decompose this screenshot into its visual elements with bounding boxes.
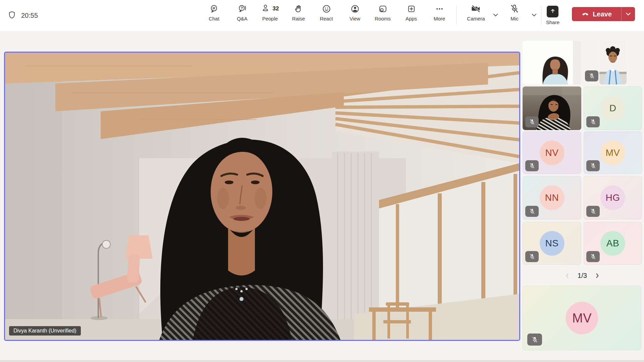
- apps-icon: [407, 4, 416, 14]
- camera-button[interactable]: Camera: [463, 4, 489, 28]
- view-icon: [350, 4, 360, 14]
- camera-off-icon: [471, 4, 481, 14]
- participant-avatar-tile[interactable]: D: [584, 86, 642, 130]
- mic-off-badge: [525, 116, 539, 127]
- shield-icon: [7, 10, 16, 21]
- page-previous-button[interactable]: [564, 272, 571, 279]
- mic-off-icon: [509, 4, 520, 14]
- meeting-timer: 20:55: [21, 12, 38, 19]
- toolbar-divider: [541, 5, 542, 25]
- apps-label: Apps: [406, 16, 417, 21]
- svg-text:?: ?: [240, 6, 243, 10]
- view-button[interactable]: View: [342, 4, 368, 28]
- meeting-timer-group: 20:55: [7, 0, 38, 31]
- mic-off-badge: [527, 334, 542, 346]
- people-button[interactable]: 32 People: [255, 4, 285, 28]
- raise-hand-button[interactable]: Raise: [286, 4, 311, 28]
- participant-video-tile[interactable]: [523, 86, 581, 130]
- camera-options-chevron[interactable]: [492, 11, 499, 19]
- chat-button[interactable]: Chat: [201, 4, 227, 28]
- camera-label: Camera: [467, 16, 485, 21]
- more-button[interactable]: More: [427, 4, 452, 28]
- avatar-initials: NS: [540, 231, 565, 256]
- mic-button[interactable]: Mic: [502, 4, 527, 28]
- share-arrow-icon: [549, 7, 556, 16]
- avatar-initials: NV: [540, 140, 565, 165]
- participant-video-tile[interactable]: [584, 41, 642, 84]
- mic-off-badge: [525, 206, 539, 217]
- rooms-icon: [378, 4, 388, 14]
- leave-button-group: Leave: [572, 7, 635, 21]
- participant-avatar-tile[interactable]: AB: [584, 222, 642, 265]
- rooms-button[interactable]: Rooms: [370, 4, 395, 28]
- avatar-initials: MV: [600, 140, 625, 165]
- mic-off-badge: [586, 116, 600, 127]
- share-label: Share: [544, 19, 562, 25]
- participant-avatar-tile[interactable]: NN: [523, 176, 581, 220]
- mic-off-badge: [525, 160, 539, 171]
- avatar-initials: D: [600, 96, 625, 121]
- toolbar-divider: [456, 5, 457, 25]
- active-speaker-video[interactable]: Divya Karanth (Unverified): [4, 52, 520, 341]
- react-smiley-icon: [322, 4, 331, 14]
- active-speaker-nametag: Divya Karanth (Unverified): [9, 326, 81, 336]
- leave-button[interactable]: Leave: [572, 7, 621, 21]
- people-label: People: [262, 16, 278, 21]
- react-button[interactable]: React: [314, 4, 339, 28]
- chat-label: Chat: [209, 16, 219, 21]
- mic-off-badge: [586, 160, 600, 171]
- more-ellipsis-icon: [435, 4, 444, 14]
- rooms-label: Rooms: [375, 16, 391, 21]
- mic-off-badge: [525, 251, 539, 262]
- participant-video-tile[interactable]: [523, 41, 581, 84]
- raise-hand-icon: [294, 4, 304, 14]
- leave-options-chevron[interactable]: [622, 7, 635, 21]
- participant-avatar-tile[interactable]: HG: [584, 176, 642, 220]
- qa-label: Q&A: [237, 16, 248, 21]
- mic-off-badge: [586, 251, 600, 262]
- avatar-initials: NN: [540, 185, 565, 210]
- avatar-initials: HG: [600, 185, 625, 210]
- participants-sidebar: D NV MV NN HG NS AB 1/3 MV: [523, 41, 642, 354]
- page-indicator: 1/3: [578, 272, 587, 280]
- share-button[interactable]: [547, 6, 558, 17]
- react-label: React: [320, 16, 333, 21]
- mic-label: Mic: [511, 16, 518, 21]
- leave-label: Leave: [593, 10, 612, 18]
- mic-options-chevron[interactable]: [530, 11, 538, 19]
- participant-avatar-tile[interactable]: NS: [523, 222, 581, 265]
- mic-off-badge: [586, 206, 600, 217]
- sidebar-pagination: 1/3: [523, 270, 642, 281]
- avatar-initials: AB: [600, 231, 625, 256]
- speaker-video-scene: [5, 53, 519, 340]
- meeting-toolbar: 20:55 Chat ? Q&A: [0, 0, 644, 31]
- mic-off-badge: [585, 70, 598, 81]
- chat-icon: [209, 4, 219, 14]
- view-label: View: [350, 16, 360, 21]
- participant-avatar-tile-large[interactable]: MV: [523, 286, 641, 350]
- more-label: More: [434, 16, 445, 21]
- participant-avatar-tile[interactable]: MV: [584, 131, 642, 174]
- participant-video: [523, 41, 581, 84]
- window-bottom-edge: [0, 360, 644, 362]
- page-next-button[interactable]: [594, 272, 601, 279]
- apps-button[interactable]: Apps: [398, 4, 424, 28]
- raise-hand-label: Raise: [292, 16, 305, 21]
- participant-count: 32: [273, 5, 279, 12]
- avatar-initials: MV: [566, 302, 598, 334]
- qa-button[interactable]: ? Q&A: [229, 4, 255, 28]
- people-icon: [261, 3, 271, 14]
- participant-video: [599, 41, 627, 84]
- hangup-phone-icon: [581, 9, 589, 19]
- qa-icon: ?: [237, 4, 247, 14]
- participant-avatar-tile[interactable]: NV: [523, 131, 581, 174]
